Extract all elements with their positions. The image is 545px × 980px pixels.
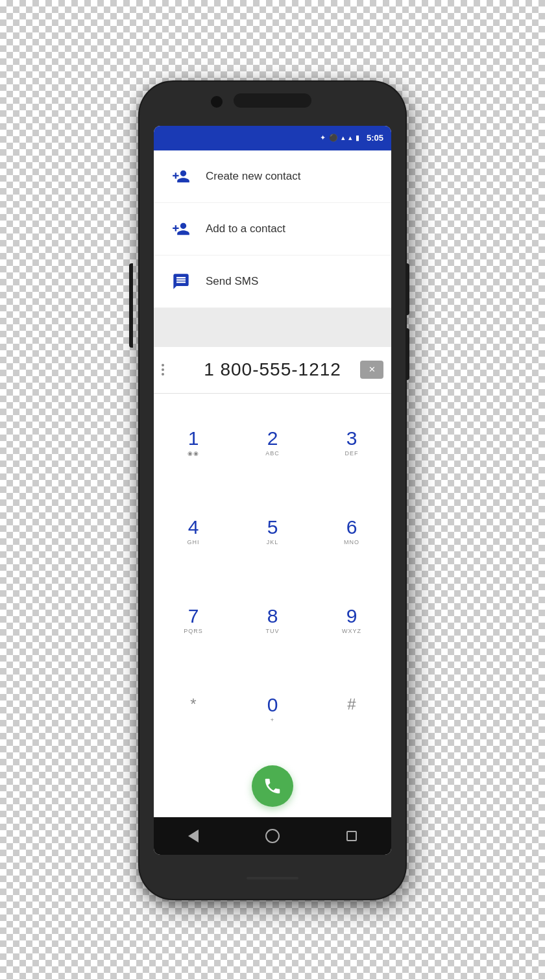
number-display: 1 800-555-1212 <box>154 347 391 394</box>
more-options-button[interactable] <box>162 364 164 376</box>
status-icons: ✦ ⚫ ▴ ▴ ▮ 5:05 <box>320 133 383 143</box>
key-hash-digit: # <box>347 696 356 713</box>
home-icon <box>265 829 280 843</box>
key-2[interactable]: 2 ABC <box>233 399 312 488</box>
dropdown-menu: Create new contact Add to a contact <box>154 150 391 347</box>
dot1 <box>162 364 164 366</box>
key-9-digit: 9 <box>346 605 357 627</box>
key-2-letters: ABC <box>265 450 280 458</box>
key-1-digit: 1 <box>188 427 199 449</box>
recents-icon <box>346 831 357 841</box>
key-9-letters: WXYZ <box>342 628 361 636</box>
backspace-button[interactable] <box>360 361 383 379</box>
back-icon <box>188 830 199 843</box>
key-5-letters: JKL <box>267 539 279 547</box>
key-star-digit: * <box>190 696 196 713</box>
key-2-digit: 2 <box>267 427 278 449</box>
signal-icon: ▴ <box>348 134 352 142</box>
create-new-contact-label: Create new contact <box>206 170 300 183</box>
key-1-letters: ◉◉ <box>188 450 199 458</box>
add-contact-icon <box>169 165 193 188</box>
key-3-letters: DEF <box>345 450 359 458</box>
status-time: 5:05 <box>367 133 383 143</box>
wifi-icon: ▴ <box>341 134 345 142</box>
nav-bar <box>154 817 391 855</box>
key-3[interactable]: 3 DEF <box>312 399 391 488</box>
key-8[interactable]: 8 TUV <box>233 576 312 665</box>
key-9[interactable]: 9 WXYZ <box>312 576 391 665</box>
dnd-icon: ⚫ <box>329 134 338 142</box>
battery-icon: ▮ <box>356 134 359 142</box>
camera <box>211 96 223 108</box>
send-sms-label: Send SMS <box>206 275 258 288</box>
add-to-contact-icon <box>169 217 193 241</box>
call-section <box>154 759 391 817</box>
speaker <box>234 93 311 108</box>
key-0-letters: + <box>271 717 274 724</box>
phone-chin <box>247 877 298 879</box>
send-sms-item[interactable]: Send SMS <box>154 256 391 308</box>
key-0[interactable]: 0 + <box>233 665 312 754</box>
create-new-contact-item[interactable]: Create new contact <box>154 150 391 203</box>
bluetooth-icon: ✦ <box>320 134 326 142</box>
phone-number-display: 1 800-555-1212 <box>204 359 341 380</box>
add-to-contact-item[interactable]: Add to a contact <box>154 203 391 256</box>
key-6-digit: 6 <box>346 516 357 538</box>
dot2 <box>162 368 164 371</box>
volume-button[interactable] <box>129 263 133 348</box>
key-3-digit: 3 <box>346 427 357 449</box>
key-hash[interactable]: # <box>312 665 391 754</box>
key-6-letters: MNO <box>344 539 359 547</box>
key-6[interactable]: 6 MNO <box>312 487 391 576</box>
home-button[interactable] <box>256 823 289 849</box>
key-7-letters: PQRS <box>184 628 203 636</box>
key-7-digit: 7 <box>188 605 199 627</box>
key-0-digit: 0 <box>267 694 278 715</box>
sms-icon <box>169 270 193 293</box>
add-to-contact-label: Add to a contact <box>206 222 285 235</box>
key-4-letters: GHI <box>187 539 199 547</box>
key-8-letters: TUV <box>266 628 280 636</box>
key-4-digit: 4 <box>188 516 199 538</box>
call-button[interactable] <box>252 765 293 807</box>
phone-wrapper: ✦ ⚫ ▴ ▴ ▮ 5:05 <box>133 69 412 912</box>
key-5-digit: 5 <box>267 516 278 538</box>
dot3 <box>162 373 164 376</box>
key-1[interactable]: 1 ◉◉ <box>154 399 233 488</box>
phone-body: ✦ ⚫ ▴ ▴ ▮ 5:05 <box>139 82 406 899</box>
back-button[interactable] <box>177 823 210 849</box>
keypad: 1 ◉◉ 2 ABC 3 DEF 4 GHI <box>154 394 391 759</box>
dialer: 1 800-555-1212 1 ◉◉ 2 ABC 3 DEF <box>154 347 391 817</box>
recents-button[interactable] <box>335 823 368 849</box>
key-5[interactable]: 5 JKL <box>233 487 312 576</box>
key-7[interactable]: 7 PQRS <box>154 576 233 665</box>
phone-screen: ✦ ⚫ ▴ ▴ ▮ 5:05 <box>154 126 391 855</box>
status-bar: ✦ ⚫ ▴ ▴ ▮ 5:05 <box>154 126 391 150</box>
key-star[interactable]: * <box>154 665 233 754</box>
menu-spacer <box>154 308 391 347</box>
key-4[interactable]: 4 GHI <box>154 487 233 576</box>
key-8-digit: 8 <box>267 605 278 627</box>
